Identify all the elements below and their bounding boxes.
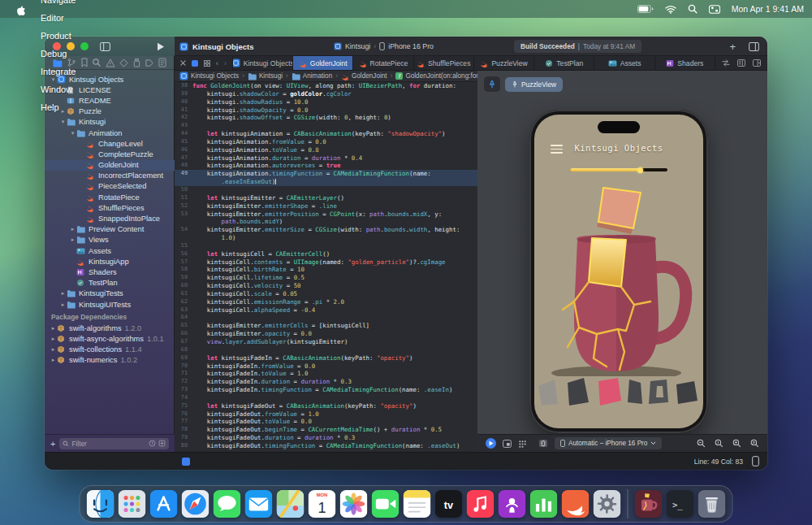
tab-assets[interactable]: Assets [594,56,654,70]
breadcrumb-segment[interactable]: Kintsugi Objects [179,72,239,80]
grid-icon[interactable] [518,440,527,448]
breakpoints-toggle[interactable] [182,458,190,466]
dock-item-charts[interactable] [530,490,558,518]
breadcrumb-segment[interactable]: Animation [292,72,332,80]
battery-icon[interactable] [637,5,654,13]
dock-item-music[interactable] [467,490,495,518]
dock-item-notes[interactable] [404,490,431,518]
disclosure-chevron[interactable]: ▸ [59,290,67,297]
dock-item-playgrounds[interactable] [562,490,590,518]
package-swift-numerics[interactable]: ▸swift-numerics1.0.2 [45,355,175,366]
shard-4[interactable] [628,380,642,404]
live-preview-button[interactable] [486,438,496,449]
dock-item-calendar[interactable]: MON1 [309,490,336,518]
swap-editor-icon[interactable] [722,59,730,67]
tree-item-animation[interactable]: ▾Animation [45,128,175,138]
project-title-group[interactable]: Kintsugi Objects [179,37,253,56]
tree-item-shaders[interactable]: Shaders [45,267,175,277]
breadcrumb-segment[interactable]: fGoldenJoint(on:along:for:) [395,72,477,80]
breadcrumb-segment[interactable]: Kintsugi [248,72,283,80]
variants-icon[interactable] [503,440,512,448]
zoom-100-icon[interactable] [715,439,723,448]
tree-item-kintsugiuitests[interactable]: ▸KintsugiUITests [45,299,175,310]
package-swift-algorithms[interactable]: ▸swift-algorithms1.2.0 [45,323,175,333]
wifi-icon[interactable] [665,5,676,14]
disclosure-chevron[interactable]: ▾ [69,130,76,137]
package-swift-async-algorithms[interactable]: ▸swift-async-algorithms1.0.1 [45,333,175,344]
tab-shaders[interactable]: Shaders [655,56,715,70]
dock-item-finder[interactable] [87,490,114,518]
go-forward-button[interactable]: › [224,59,227,67]
scheme-selector[interactable]: Kintsugi › iPhone 16 Pro [334,37,434,56]
apple-menu[interactable] [8,0,33,18]
menu-navigate[interactable]: Navigate [33,0,83,9]
activity-view[interactable]: Build Succeeded | Today at 9:41 AM [514,40,641,53]
add-file-button[interactable]: + [50,439,55,449]
dock-item-settings[interactable] [594,490,621,518]
preview-device-menu[interactable]: Automatic – iPhone 16 Pro [555,437,662,449]
status-device-icon[interactable] [752,456,759,466]
tab-kintsugi-objects[interactable]: Kintsugi Objects [233,56,293,70]
jump-bar[interactable]: Kintsugi Objects›Kintsugi›Animation›Gold… [175,71,477,82]
zoom-fit-icon[interactable] [750,439,759,448]
dock-item-launchpad[interactable] [119,490,146,518]
tests-icon[interactable] [119,59,128,67]
control-center-icon[interactable] [709,5,720,14]
dock-item-safari[interactable] [182,490,209,518]
tab-goldenjoint[interactable]: GoldenJoint [293,56,353,70]
breakpoints-icon[interactable] [145,59,154,67]
tree-item-snappedintoplace[interactable]: SnappedIntoPlace [45,213,175,223]
pinned-tab-icon[interactable] [192,60,198,67]
tree-item-views[interactable]: ▸Views [45,235,175,245]
pinned-preview-tab[interactable]: PuzzleView [505,77,563,92]
disclosure-chevron[interactable]: ▸ [69,226,76,232]
close-tab-icon[interactable] [180,60,186,66]
shard-6[interactable] [676,381,698,404]
shard-3[interactable] [598,378,621,406]
filter-field[interactable]: Filter [59,438,169,449]
tree-item-rotatepiece[interactable]: RotatePiece [45,192,175,202]
menu-help[interactable]: Help [33,98,83,116]
disclosure-chevron[interactable]: ▾ [59,119,67,125]
toggle-navigator-button[interactable] [100,42,110,51]
tree-item-incorrectplacement[interactable]: IncorrectPlacement [45,171,175,181]
menu-clock[interactable]: Mon Apr 1 9:41 AM [732,4,804,14]
go-back-button[interactable]: ‹ [216,59,218,67]
add-editor-icon[interactable] [753,59,761,67]
run-button[interactable] [157,42,165,51]
tree-item-kintsugitests[interactable]: ▸KintsugiTests [45,289,175,299]
zoom-in-icon[interactable] [732,439,741,448]
floating-puzzle-piece[interactable] [597,188,641,234]
zoom-out-icon[interactable] [697,439,706,448]
reports-icon[interactable] [158,58,166,67]
menu-editor[interactable]: Editor [33,9,83,27]
device-settings-icon[interactable] [538,439,548,448]
menu-integrate[interactable]: Integrate [33,63,83,80]
tree-item-assets[interactable]: Assets [45,245,175,256]
menu-product[interactable]: Product [33,27,83,45]
source-editor[interactable]: 38func GoldenJoint(on view: UIView, alon… [175,82,477,452]
gold-slot[interactable] [589,238,626,287]
dock-item-terminal[interactable]: >_ [667,490,694,518]
dock-item-kintsugi-app[interactable] [635,490,663,518]
disclosure-chevron[interactable]: ▸ [50,346,57,353]
tab-testplan[interactable]: TestPlan [534,56,594,70]
tree-item-kintsugi[interactable]: ▾Kintsugi [45,117,175,128]
dock-item-mail[interactable] [245,490,273,518]
disclosure-chevron[interactable]: ▸ [50,336,57,342]
dock-item-app-store[interactable] [150,490,178,518]
tree-item-pieceselected[interactable]: PieceSelected [45,181,175,192]
menu-debug[interactable]: Debug [33,45,83,63]
spotlight-icon[interactable] [688,4,698,14]
editor-options-icon[interactable] [737,59,745,67]
dock-item-trash[interactable] [698,490,726,518]
shard-2[interactable] [568,378,589,406]
dock-item-maps[interactable] [277,490,304,518]
disclosure-chevron[interactable]: ▸ [50,325,57,332]
menu-window[interactable]: Window [33,80,83,98]
issues-icon[interactable] [106,59,115,67]
library-button[interactable]: + [729,41,736,53]
filter-recent-icon[interactable] [149,440,156,447]
shard-1[interactable] [538,380,558,406]
debug-icon[interactable] [132,58,141,67]
